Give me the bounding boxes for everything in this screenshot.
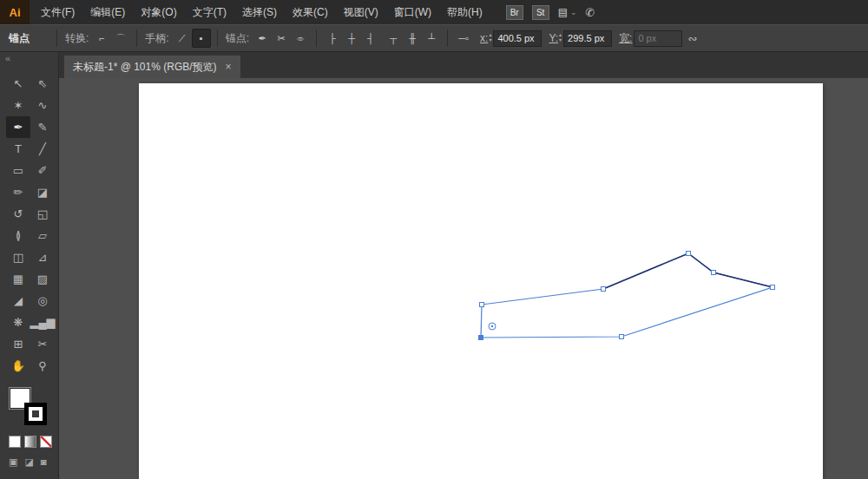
control-title: 锚点 — [0, 31, 50, 46]
remove-anchor-button[interactable]: ✒ — [253, 29, 272, 48]
lasso-tool[interactable]: ∿ — [30, 95, 55, 116]
zoom-tool[interactable]: ⚲ — [30, 355, 55, 377]
y-label[interactable]: Y: — [549, 32, 558, 44]
app-logo: Ai — [0, 0, 30, 24]
scale-tool[interactable]: ◱ — [30, 203, 55, 225]
hide-handles-button[interactable]: ▪ — [192, 29, 211, 48]
convert-smooth-button[interactable]: ⌒ — [111, 29, 130, 48]
paintbrush-tool[interactable]: ✐ — [30, 160, 55, 181]
draw-behind-icon[interactable]: ◪ — [24, 456, 33, 468]
illustrator-window: Ai 文件(F)编辑(E)对象(O)文字(T)选择(S)效果(C)视图(V)窗口… — [0, 0, 868, 479]
magic-wand-tool[interactable]: ✶ — [6, 95, 30, 116]
menu-item[interactable]: 效果(C) — [285, 0, 336, 24]
distribute-button[interactable]: ╫ — [403, 29, 422, 48]
stepper-down-icon[interactable]: ▾ — [489, 38, 491, 43]
document-tab[interactable]: 未标题-1* @ 101% (RGB/预览) × — [64, 56, 240, 78]
workspace-icon: ▤ — [558, 6, 568, 18]
divider — [447, 30, 448, 47]
curvature-tool[interactable]: ✎ — [30, 116, 55, 138]
menu-item[interactable]: 编辑(E) — [82, 0, 133, 24]
eraser-tool[interactable]: ◪ — [30, 181, 55, 203]
menu-item[interactable]: 帮助(H) — [439, 0, 490, 24]
workspace-switcher[interactable]: ▤ ⌄ — [558, 6, 577, 18]
anchor-point[interactable] — [620, 335, 624, 339]
color-button[interactable] — [9, 436, 21, 448]
align-top-button[interactable]: ┬ — [384, 29, 403, 48]
stepper-down-icon[interactable]: ▾ — [559, 38, 562, 43]
convert-corner-button[interactable]: ⌐ — [92, 29, 111, 48]
gradient-button[interactable] — [24, 436, 36, 448]
shape-builder-tool[interactable]: ◫ — [6, 246, 30, 268]
x-label[interactable]: x: — [480, 32, 488, 44]
menu-item[interactable]: 窗口(W) — [386, 0, 439, 24]
type-tool[interactable]: T — [6, 138, 30, 160]
selection-tool[interactable]: ↖ — [6, 73, 30, 95]
artboard-tool[interactable]: ⊞ — [6, 333, 30, 355]
anchors-label: 锚点: — [226, 31, 249, 46]
column-graph-tool[interactable]: ▂▄▆ — [30, 312, 55, 333]
width-label: 宽: — [619, 31, 632, 46]
draw-normal-icon[interactable]: ▣ — [9, 456, 17, 468]
align-center-button[interactable]: ┼ — [342, 29, 361, 48]
draw-inside-icon[interactable]: ◙ — [41, 456, 47, 468]
anchor-point[interactable] — [602, 287, 606, 292]
stroke-swatch[interactable] — [24, 403, 47, 425]
menu-right-icons: Br St ▤ ⌄ ✆ — [506, 5, 595, 20]
align-left-button[interactable]: ├ — [323, 29, 342, 48]
divider — [217, 30, 218, 47]
gradient-tool[interactable]: ▨ — [30, 268, 55, 290]
blend-tool[interactable]: ◎ — [30, 290, 55, 312]
align-right-button[interactable]: ┤ — [361, 29, 380, 48]
cut-path-button[interactable]: ✂ — [272, 29, 291, 48]
eyedropper-tool[interactable]: ◢ — [6, 290, 30, 312]
slice-tool[interactable]: ✂ — [30, 333, 55, 355]
menu-item[interactable]: 视图(V) — [336, 0, 386, 24]
tools-grid: ↖⇖✶∿✒✎T╱▭✐✏◪↺◱≬▱◫⊿▦▨◢◎❋▂▄▆⊞✂✋⚲ — [6, 73, 58, 377]
anchor-point[interactable] — [771, 285, 775, 290]
y-input[interactable]: 299.5 px — [563, 30, 612, 47]
close-icon[interactable]: × — [226, 61, 232, 73]
rotate-tool[interactable]: ↺ — [6, 203, 30, 225]
menu-item[interactable]: 选择(S) — [234, 0, 285, 24]
line-segment-tool[interactable]: ╱ — [30, 138, 55, 160]
divider — [136, 30, 137, 47]
x-input[interactable]: 400.5 px — [493, 30, 542, 47]
control-bar: 锚点 转换: ⌐ ⌒ 手柄: ⟋ ▪ 锚点: ✒ ✂ ⌯ ├ ┼ ┤ ┬ ╫ ┴… — [0, 24, 868, 52]
menu-item[interactable]: 文字(T) — [185, 0, 234, 24]
hand-tool[interactable]: ✋ — [6, 355, 30, 377]
anchor-point[interactable] — [712, 271, 716, 275]
collapse-panel-button[interactable]: « — [0, 52, 58, 64]
stroke-weight-icon[interactable]: ─▫ — [454, 29, 473, 48]
rectangle-tool[interactable]: ▭ — [6, 160, 30, 181]
width-input: 0 px — [634, 30, 682, 47]
menu-item[interactable]: 对象(O) — [133, 0, 184, 24]
canvas[interactable] — [59, 78, 868, 479]
symbol-sprayer-tool[interactable]: ❋ — [6, 312, 30, 333]
connect-anchors-button[interactable]: ⌯ — [291, 29, 310, 48]
menu-item[interactable]: 文件(F) — [33, 0, 82, 24]
anchor-point[interactable] — [687, 252, 691, 256]
bridge-badge[interactable]: Br — [506, 5, 523, 20]
share-icon[interactable]: ✆ — [586, 6, 595, 19]
direct-selection-tool[interactable]: ⇖ — [30, 73, 55, 95]
anchor-point[interactable] — [480, 303, 484, 307]
divider — [56, 30, 57, 47]
x-stepper[interactable]: ▴ ▾ — [489, 33, 491, 43]
perspective-grid-tool[interactable]: ⊿ — [30, 246, 55, 268]
free-transform-tool[interactable]: ▱ — [30, 225, 55, 246]
pen-tool[interactable]: ✒ — [6, 116, 30, 138]
link-dimensions-icon[interactable]: ∾ — [687, 32, 697, 45]
y-stepper[interactable]: ▴ ▾ — [559, 33, 562, 43]
align-bottom-button[interactable]: ┴ — [422, 29, 441, 48]
stroke-swatch-ring — [29, 407, 43, 421]
show-handles-button[interactable]: ⟋ — [173, 29, 192, 48]
mesh-tool[interactable]: ▦ — [6, 268, 30, 290]
convert-label: 转换: — [65, 31, 89, 46]
none-button[interactable] — [40, 436, 52, 448]
anchor-point-selected[interactable] — [478, 335, 483, 340]
width-tool[interactable]: ≬ — [6, 225, 30, 246]
pencil-tool[interactable]: ✏ — [6, 181, 30, 203]
pen-path[interactable] — [481, 253, 773, 338]
color-mode-row — [9, 436, 58, 448]
stock-badge[interactable]: St — [532, 5, 549, 20]
